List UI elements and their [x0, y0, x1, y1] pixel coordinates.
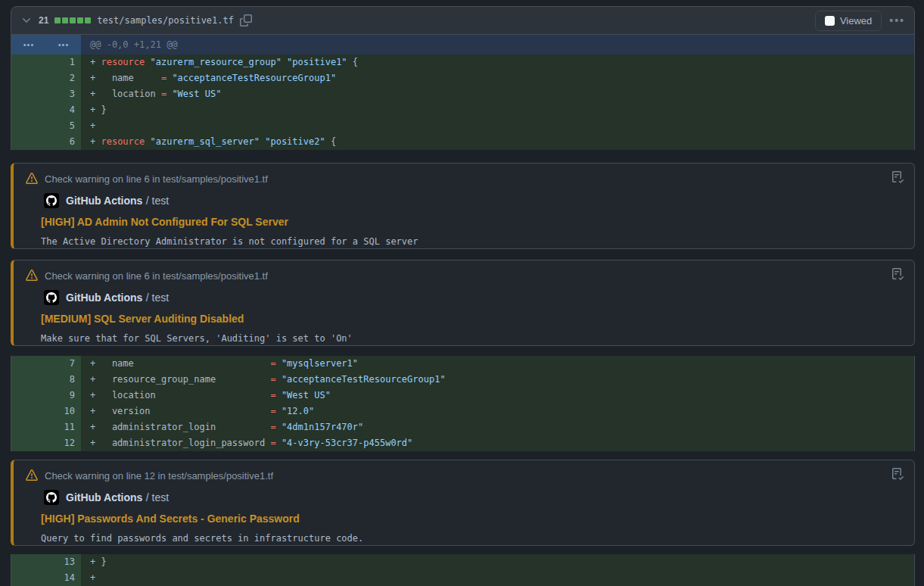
code-line: 11+ administrator_login = "4dm1n157r470r…: [11, 419, 914, 435]
warning-title: [MEDIUM] SQL Server Auditing Disabled: [41, 313, 902, 325]
copy-path-button[interactable]: [240, 14, 252, 26]
line-number-gutter: 4: [11, 102, 81, 118]
line-number-gutter: 10: [11, 404, 81, 419]
new-line-number[interactable]: 13: [46, 554, 81, 570]
code-text: + resource "azurerm_resource_group" "pos…: [81, 55, 358, 70]
github-actions-avatar[interactable]: [44, 290, 59, 305]
old-line-number[interactable]: [11, 134, 46, 150]
code-text: + }: [81, 554, 107, 570]
code-line: 5+: [11, 118, 914, 134]
annotation-actions-button[interactable]: [891, 468, 904, 480]
check-app-name[interactable]: GitHub Actions: [66, 291, 142, 304]
new-line-number[interactable]: 7: [46, 356, 81, 372]
code-text: + resource_group_name = "acceptanceTestR…: [81, 372, 446, 388]
kebab-icon: •••: [889, 14, 905, 26]
code-line: 8+ resource_group_name = "acceptanceTest…: [11, 372, 914, 388]
new-line-number[interactable]: 9: [46, 388, 81, 404]
line-number-gutter: 11: [11, 419, 81, 435]
old-line-number[interactable]: [11, 356, 46, 372]
viewed-checkbox[interactable]: [825, 16, 835, 26]
warning-triangle-icon: [26, 270, 38, 282]
old-line-number[interactable]: [11, 55, 46, 70]
github-actions-avatar[interactable]: [44, 490, 59, 505]
new-line-number[interactable]: 2: [46, 70, 81, 86]
viewed-label: Viewed: [840, 15, 872, 26]
chevron-down-icon: [20, 14, 33, 26]
new-line-number[interactable]: 4: [46, 102, 81, 118]
old-line-number[interactable]: [11, 102, 46, 118]
annotation-actions-button[interactable]: [891, 171, 904, 183]
old-line-number[interactable]: [11, 570, 46, 586]
old-line-number[interactable]: [11, 404, 46, 419]
new-line-number[interactable]: 5: [46, 118, 81, 134]
code-line: 6+ resource "azurerm_sql_server" "positi…: [11, 134, 914, 150]
old-line-number[interactable]: [11, 435, 46, 451]
code-text: + location = "West US": [81, 86, 221, 102]
code-lines: 7+ name = "mysqlserver1"8+ resource_grou…: [11, 356, 914, 451]
code-line: 4+ }: [11, 102, 914, 118]
new-line-number[interactable]: 6: [46, 134, 81, 150]
new-line-number[interactable]: 1: [46, 55, 81, 70]
code-text: + }: [81, 102, 107, 118]
check-warning-box: Check warning on line 6 in test/samples/…: [11, 260, 915, 346]
code-line: 2+ name = "acceptanceTestResourceGroup1": [11, 70, 914, 86]
new-line-number[interactable]: 10: [46, 404, 81, 419]
diff-page: 21 test/samples/positive1.tf Viewed ••• …: [0, 0, 924, 586]
line-number-gutter: 13: [11, 554, 81, 570]
old-line-number[interactable]: [11, 419, 46, 435]
line-number-gutter: 6: [11, 134, 81, 150]
changes-count: 21: [39, 15, 48, 26]
collapse-file-button[interactable]: [20, 14, 33, 26]
warning-location-text: Check warning on line 12 in test/samples…: [45, 470, 273, 482]
new-line-number[interactable]: 12: [46, 435, 81, 451]
tasklist-check-icon: [891, 468, 904, 480]
warning-description: Make sure that for SQL Servers, 'Auditin…: [41, 333, 902, 344]
warning-location-text: Check warning on line 6 in test/samples/…: [45, 173, 268, 185]
old-line-number[interactable]: [11, 554, 46, 570]
new-line-number[interactable]: 11: [46, 419, 81, 435]
check-run-name: / test: [146, 195, 169, 207]
old-line-number[interactable]: [11, 118, 46, 134]
github-actions-avatar[interactable]: [44, 193, 59, 208]
code-text: +: [81, 570, 95, 586]
check-warning-box: Check warning on line 12 in test/samples…: [11, 460, 915, 546]
annotation-actions-button[interactable]: [891, 268, 904, 280]
check-run-name: / test: [146, 491, 169, 503]
github-octocat-icon: [46, 292, 57, 303]
code-text: + name = "mysqlserver1": [81, 356, 358, 372]
diff-stat-blocks: [54, 17, 91, 23]
code-line: 10+ version = "12.0": [11, 404, 914, 419]
new-line-number[interactable]: 14: [46, 570, 81, 586]
line-number-gutter: 9: [11, 388, 81, 404]
file-header: 21 test/samples/positive1.tf Viewed •••: [11, 6, 915, 35]
old-line-number[interactable]: [11, 388, 46, 404]
tasklist-check-icon: [891, 268, 904, 280]
line-number-gutter: 8: [11, 372, 81, 388]
warning-title: [HIGH] AD Admin Not Configured For SQL S…: [41, 216, 902, 228]
tasklist-check-icon: [891, 171, 904, 183]
new-line-number[interactable]: 3: [46, 86, 81, 102]
old-line-number[interactable]: [11, 70, 46, 86]
code-line: 13+ }: [11, 554, 914, 570]
code-block: 7+ name = "mysqlserver1"8+ resource_grou…: [11, 356, 915, 451]
code-block: 13+ }14+: [11, 554, 915, 586]
github-octocat-icon: [46, 492, 57, 503]
file-options-button[interactable]: •••: [889, 14, 905, 26]
code-line: 7+ name = "mysqlserver1": [11, 356, 914, 372]
old-line-number[interactable]: [11, 86, 46, 102]
viewed-toggle[interactable]: Viewed: [815, 11, 882, 31]
old-line-number[interactable]: [11, 372, 46, 388]
check-app-name[interactable]: GitHub Actions: [66, 491, 142, 503]
check-warning-box: Check warning on line 6 in test/samples/…: [11, 163, 915, 249]
new-line-number[interactable]: 8: [46, 372, 81, 388]
code-text: + location = "West US": [81, 388, 331, 404]
file-path[interactable]: test/samples/positive1.tf: [97, 15, 234, 26]
code-line: 1+ resource "azurerm_resource_group" "po…: [11, 55, 914, 70]
hunk-gutter: ••••••: [11, 35, 81, 55]
code-line: 14+: [11, 570, 914, 586]
check-app-name[interactable]: GitHub Actions: [66, 195, 142, 207]
warning-triangle-icon: [26, 173, 38, 185]
code-line: 9+ location = "West US": [11, 388, 914, 404]
warning-location-text: Check warning on line 6 in test/samples/…: [45, 270, 268, 282]
check-run-name: / test: [146, 291, 169, 304]
